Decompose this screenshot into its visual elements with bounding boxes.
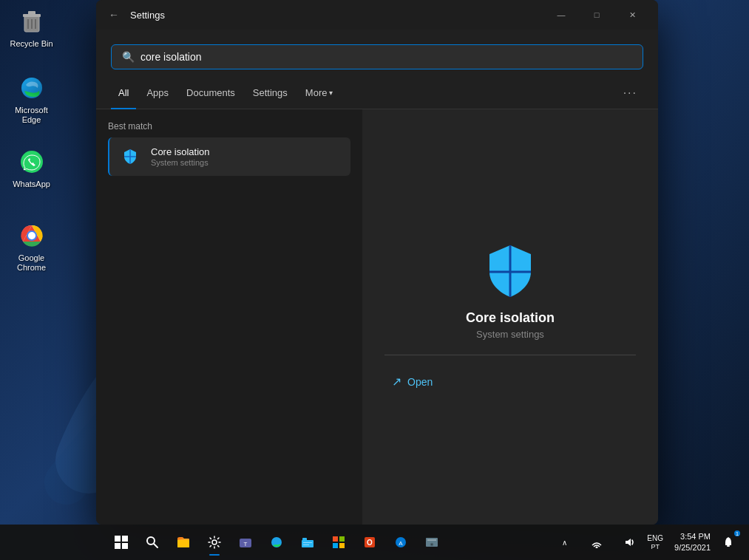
more-options-button[interactable]: ··· [617, 83, 643, 103]
tab-settings[interactable]: Settings [245, 83, 295, 103]
result-subtitle: System settings [151, 158, 210, 167]
svg-line-20 [154, 544, 157, 547]
divider [384, 355, 636, 355]
open-label: Open [407, 376, 433, 388]
svg-rect-34 [339, 543, 345, 548]
notification-button[interactable]: 1 [714, 527, 743, 557]
tab-apps[interactable]: Apps [139, 83, 176, 103]
svg-rect-33 [333, 543, 338, 548]
taskbar-settings-button[interactable] [200, 527, 229, 557]
tab-all[interactable]: All [111, 83, 136, 103]
chrome-icon [17, 221, 47, 250]
svg-rect-30 [303, 544, 309, 545]
recycle-bin-label: Recycle Bin [10, 39, 52, 49]
desktop-icon-edge[interactable]: Microsoft Edge [4, 70, 59, 128]
svg-point-10 [28, 232, 35, 239]
minimize-button[interactable]: — [544, 3, 578, 27]
recycle-bin-icon [17, 7, 47, 36]
search-input[interactable] [140, 51, 632, 63]
desktop: Recycle Bin Microsoft Ed [0, 0, 749, 560]
svg-rect-2 [28, 11, 35, 15]
taskbar-right: ∧ ENG PT [549, 527, 743, 557]
back-button[interactable]: ← [105, 6, 123, 24]
edge-icon [17, 73, 47, 103]
result-title: Core isolation [151, 146, 210, 157]
settings-window: ← Settings — □ ✕ 🔍 All Apps Documents Se… [96, 0, 658, 525]
window-controls: — □ ✕ [544, 3, 649, 27]
taskbar-explorer-button[interactable] [169, 527, 198, 557]
right-panel: Core isolation System settings ↗ Open [362, 109, 658, 525]
window-title: Settings [130, 10, 544, 21]
tab-documents[interactable]: Documents [179, 83, 243, 103]
whatsapp-label: WhatsApp [13, 180, 50, 189]
taskbar-explorer2-button[interactable] [293, 527, 322, 557]
result-item-core-isolation[interactable]: Core isolation System settings [108, 137, 350, 176]
maximize-button[interactable]: □ [580, 3, 614, 27]
main-content: Best match Core isolation System setting… [96, 109, 658, 525]
search-icon: 🔍 [122, 51, 135, 63]
title-bar: ← Settings — □ ✕ [96, 0, 658, 30]
start-button[interactable] [106, 527, 136, 557]
taskbar-search-button[interactable] [138, 527, 167, 557]
svg-rect-32 [339, 536, 345, 542]
open-button[interactable]: ↗ Open [384, 370, 440, 393]
taskbar-network-icon[interactable] [582, 527, 611, 557]
svg-rect-16 [122, 536, 128, 542]
desktop-icon-whatsapp[interactable]: WhatsApp [4, 144, 59, 192]
svg-rect-29 [303, 542, 312, 543]
taskbar-office-button[interactable]: O [355, 527, 384, 557]
svg-rect-43 [727, 545, 730, 547]
filter-tabs: All Apps Documents Settings More ▾ ··· [96, 77, 658, 109]
section-label: Best match [108, 121, 350, 132]
taskbar-disk-button[interactable] [417, 527, 447, 557]
open-icon: ↗ [392, 375, 401, 389]
show-hidden-icons-button[interactable]: ∧ [549, 527, 579, 557]
taskbar-azure-button[interactable]: A [386, 527, 416, 557]
tab-more[interactable]: More ▾ [298, 83, 341, 103]
system-clock[interactable]: 3:54 PM 9/25/2021 [666, 531, 711, 554]
search-area: 🔍 [96, 30, 658, 77]
edge-label: Microsoft Edge [7, 106, 56, 125]
svg-rect-31 [333, 536, 338, 542]
detail-subtitle: System settings [476, 329, 544, 340]
svg-rect-40 [427, 539, 436, 541]
taskbar-center: T [6, 527, 546, 557]
close-button[interactable]: ✕ [615, 3, 649, 27]
svg-rect-17 [115, 543, 121, 549]
taskbar-store-button[interactable] [324, 527, 353, 557]
taskbar-audio-icon[interactable] [614, 527, 644, 557]
svg-rect-18 [122, 543, 128, 549]
left-panel: Best match Core isolation System setting… [96, 109, 362, 525]
taskbar-edge-button[interactable] [262, 527, 291, 557]
system-tray: ENG PT 3:54 PM 9/25/2021 [647, 531, 711, 554]
language-indicator[interactable]: ENG PT [647, 533, 663, 552]
taskbar-teams-button[interactable]: T [231, 527, 260, 557]
svg-rect-22 [177, 540, 189, 547]
taskbar: T [0, 525, 749, 560]
chrome-label: Google Chrome [7, 253, 56, 273]
svg-text:A: A [399, 540, 403, 547]
svg-text:T: T [243, 541, 247, 547]
detail-title: Core isolation [466, 310, 555, 326]
notification-badge: 1 [734, 530, 740, 536]
svg-point-41 [430, 543, 433, 546]
svg-point-42 [596, 547, 598, 549]
svg-rect-15 [115, 536, 121, 542]
desktop-icon-recycle-bin[interactable]: Recycle Bin [4, 4, 59, 52]
core-isolation-result-icon [118, 145, 142, 168]
search-box[interactable]: 🔍 [111, 44, 643, 69]
core-isolation-large-icon [481, 241, 540, 300]
svg-rect-28 [302, 540, 314, 547]
result-text: Core isolation System settings [151, 146, 210, 167]
whatsapp-icon [17, 147, 47, 177]
svg-text:O: O [367, 539, 373, 547]
svg-point-23 [212, 540, 217, 544]
desktop-icon-chrome[interactable]: Google Chrome [4, 218, 59, 276]
